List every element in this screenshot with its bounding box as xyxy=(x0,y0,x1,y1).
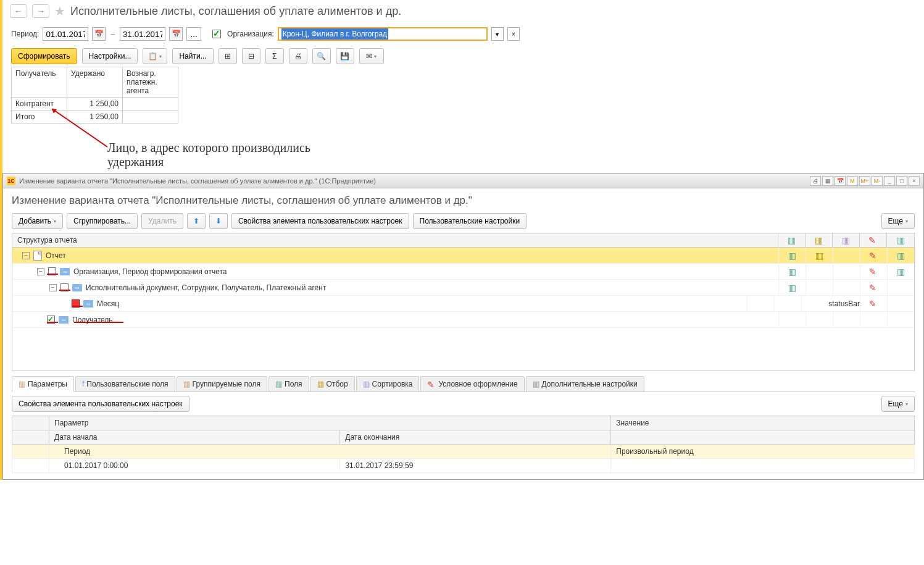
tree-row-month[interactable]: ▭ Месяц statusBar xyxy=(12,296,914,312)
maximize-button[interactable]: □ xyxy=(896,176,907,186)
date-from-calendar-icon[interactable]: 📅 xyxy=(92,27,106,41)
tab-filter[interactable]: ▥Отбор xyxy=(310,376,355,391)
tree-cell-output[interactable]: ▥ xyxy=(887,248,914,263)
back-button[interactable]: ← xyxy=(10,4,27,18)
tab-sort[interactable]: ▥Сортировка xyxy=(356,376,420,391)
tab-group-fields[interactable]: ▥Группируемые поля xyxy=(177,376,267,391)
calc-m-button[interactable]: M xyxy=(847,176,858,186)
tree-header: Структура отчета ▥ ▥ ▥ ▥ xyxy=(12,233,915,248)
date-separator: – xyxy=(110,30,115,38)
report-doc-icon xyxy=(33,251,42,261)
variants-button[interactable]: 📋 xyxy=(143,48,167,64)
expand-groups-icon[interactable]: ⊞ xyxy=(219,48,237,64)
send-icon[interactable]: ✉ xyxy=(359,48,384,64)
settings-button[interactable]: Настройки... xyxy=(82,48,138,64)
sub-title: Изменение варианта отчета "Исполнительны… xyxy=(19,177,810,185)
group-type-icon: ▭ xyxy=(60,268,70,275)
move-up-icon[interactable]: ⬆ xyxy=(187,213,206,229)
tree-cell-sort[interactable] xyxy=(833,248,860,263)
tab-user-fields[interactable]: fПользовательские поля xyxy=(75,376,175,391)
expand-toggle[interactable]: − xyxy=(22,252,30,259)
tree-cell-filter[interactable]: ▥ xyxy=(805,248,833,263)
preview-icon[interactable]: 🔍 xyxy=(312,48,331,64)
tab-extra[interactable]: ▥Дополнительные настройки xyxy=(526,376,644,391)
move-down-icon[interactable]: ⬇ xyxy=(209,213,228,229)
org-input[interactable]: Крон-Ц, Филиал в г. Волгоград xyxy=(278,27,488,41)
tree-row-recipient[interactable]: ▭ Получатель xyxy=(12,312,914,328)
add-button[interactable]: Добавить ▾ xyxy=(12,213,63,229)
variant-editor-window: 1C Изменение варианта отчета "Исполнител… xyxy=(2,173,924,480)
form-button[interactable]: Сформировать xyxy=(11,48,77,64)
col-agent-fee: Вознагр. платежн. агента xyxy=(123,67,178,98)
period-ellipsis-button[interactable]: ... xyxy=(186,27,201,41)
params-col-value: Значение xyxy=(611,416,915,430)
group-button[interactable]: Сгруппировать... xyxy=(67,213,138,229)
report-table: Получатель Удержано Вознагр. платежн. аг… xyxy=(11,67,178,123)
tree-header-structure: Структура отчета xyxy=(12,233,778,247)
more-button[interactable]: Еще ▾ xyxy=(881,213,915,229)
tab-fields[interactable]: ▥Поля xyxy=(268,376,309,391)
tree-row-doc[interactable]: − ▭ Исполнительный документ, Сотрудник, … xyxy=(12,280,914,296)
params-props-button[interactable]: Свойства элемента пользовательских настр… xyxy=(12,396,189,412)
org-clear-button[interactable]: × xyxy=(507,27,520,41)
find-button[interactable]: Найти... xyxy=(172,48,213,64)
print-icon[interactable]: 🖨 xyxy=(289,48,307,64)
filter-row: Период: 📅 – 📅 ... Организация: Крон-Ц, Ф… xyxy=(2,22,924,46)
org-value: Крон-Ц, Филиал в г. Волгоград xyxy=(281,28,388,40)
expand-toggle[interactable]: − xyxy=(37,268,44,275)
sum-icon[interactable]: Σ xyxy=(265,48,284,64)
tree-cell-fields[interactable]: ▥ xyxy=(778,248,805,263)
user-settings-button[interactable]: Пользовательские настройки xyxy=(413,213,527,229)
params-more-button[interactable]: Еще ▾ xyxy=(881,396,915,412)
calc-print-icon[interactable]: 🖨 xyxy=(810,176,821,186)
calc-mminus-button[interactable]: M- xyxy=(872,176,883,186)
tree-node-doc: Исполнительный документ, Сотрудник, Полу… xyxy=(86,283,326,292)
tree-row-report[interactable]: − Отчет ▥ ▥ ▥ xyxy=(12,248,914,264)
params-table: Параметр Значение Дата начала Дата оконч… xyxy=(12,416,915,473)
params-col-begin: Дата начала xyxy=(49,430,340,445)
tree-node-org: Организация, Период формирования отчета xyxy=(73,267,227,276)
expand-toggle[interactable]: − xyxy=(49,284,57,291)
params-row-period[interactable]: Период Произвольный период xyxy=(12,445,915,459)
tree-cell-condfmt[interactable] xyxy=(860,248,887,263)
minimize-button[interactable]: _ xyxy=(884,176,895,186)
row-contractor-fee xyxy=(123,98,178,111)
structure-toolbar: Добавить ▾ Сгруппировать... Удалить ⬆ ⬇ … xyxy=(12,213,915,229)
sub-titlebar[interactable]: 1C Изменение варианта отчета "Исполнител… xyxy=(3,174,923,188)
col-withheld: Удержано xyxy=(67,67,123,98)
page-title: Исполнительные листы, соглашения об упла… xyxy=(70,5,401,18)
collapse-groups-icon[interactable]: ⊟ xyxy=(242,48,260,64)
app-logo-1c-icon: 1C xyxy=(7,177,15,185)
tree-row-org[interactable]: − ▭ Организация, Период формирования отч… xyxy=(12,264,914,280)
tree-col-sort-icon[interactable]: ▥ xyxy=(833,233,860,247)
delete-button[interactable]: Удалить xyxy=(141,213,183,229)
org-label: Организация: xyxy=(227,30,274,38)
tab-params[interactable]: ▥Параметры xyxy=(12,376,74,392)
element-props-button[interactable]: Свойства элемента пользовательских настр… xyxy=(231,213,409,229)
main-toolbar: Сформировать Настройки... 📋 Найти... ⊞ ⊟… xyxy=(2,46,924,67)
tree-body: − Отчет ▥ ▥ ▥ − ▭ xyxy=(12,248,915,371)
row-total-fee xyxy=(123,111,178,123)
params-row-dates[interactable]: 01.01.2017 0:00:00 31.01.2017 23:59:59 xyxy=(12,459,915,473)
close-button[interactable]: × xyxy=(909,176,920,186)
org-checkbox[interactable] xyxy=(212,30,221,38)
forward-button[interactable]: → xyxy=(32,4,49,18)
group-type-icon: ▭ xyxy=(59,316,69,324)
params-col-end: Дата окончания xyxy=(340,430,611,445)
tree-col-condfmt-icon[interactable] xyxy=(860,233,887,247)
tree-col-output-icon[interactable]: ▥ xyxy=(887,233,914,247)
favorite-star-icon[interactable]: ★ xyxy=(54,4,65,19)
tree-col-filter-icon[interactable]: ▥ xyxy=(805,233,833,247)
date-to-input[interactable] xyxy=(120,27,165,41)
tab-cond-format[interactable]: Условное оформление xyxy=(420,376,524,391)
params-col-param: Параметр xyxy=(49,416,611,430)
settings-tabs: ▥Параметры fПользовательские поля ▥Групп… xyxy=(12,376,915,392)
save-icon[interactable]: 💾 xyxy=(336,48,354,64)
org-dropdown-button[interactable]: ▾ xyxy=(491,27,504,41)
calc-mplus-button[interactable]: M+ xyxy=(859,176,870,186)
date-to-calendar-icon[interactable]: 📅 xyxy=(169,27,183,41)
calc-grid-icon[interactable]: ▦ xyxy=(822,176,833,186)
calc-calendar-icon[interactable]: 📅 xyxy=(835,176,846,186)
tree-col-fields-icon[interactable]: ▥ xyxy=(778,233,805,247)
date-from-input[interactable] xyxy=(43,27,88,41)
